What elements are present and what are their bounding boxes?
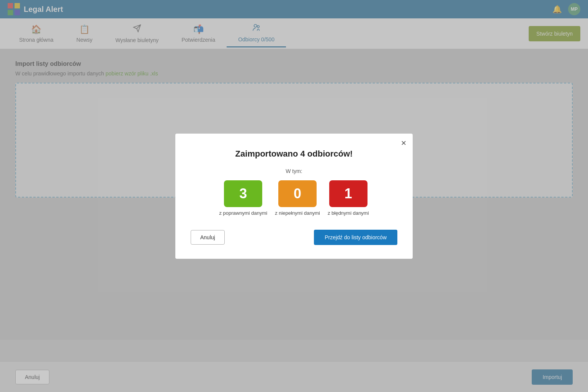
modal-subtitle: W tym: [191, 168, 397, 174]
stat-block-error: 1 z błędnymi danymi [328, 180, 369, 216]
modal-title: Zaimportowano 4 odbiorców! [191, 149, 397, 159]
modal-overlay: ✕ Zaimportowano 4 odbiorców! W tym: 3 z … [0, 0, 588, 392]
stats-row: 3 z poprawnymi danymi 0 z niepełnymi dan… [191, 180, 397, 216]
go-to-recipients-button[interactable]: Przejdź do listy odbiorców [314, 230, 397, 245]
modal-close-button[interactable]: ✕ [401, 139, 407, 147]
modal-footer: Anuluj Przejdź do listy odbiorców [191, 230, 397, 245]
stat-block-incomplete: 0 z niepełnymi danymi [275, 180, 320, 216]
stat-badge-incomplete: 0 [278, 180, 317, 207]
stat-badge-correct: 3 [224, 180, 262, 207]
modal-cancel-button[interactable]: Anuluj [191, 230, 225, 245]
stat-block-correct: 3 z poprawnymi danymi [219, 180, 267, 216]
stat-badge-error: 1 [329, 180, 368, 207]
stat-label-incomplete: z niepełnymi danymi [275, 210, 320, 216]
import-result-modal: ✕ Zaimportowano 4 odbiorców! W tym: 3 z … [175, 134, 413, 259]
stat-label-correct: z poprawnymi danymi [219, 210, 267, 216]
stat-label-error: z błędnymi danymi [328, 210, 369, 216]
